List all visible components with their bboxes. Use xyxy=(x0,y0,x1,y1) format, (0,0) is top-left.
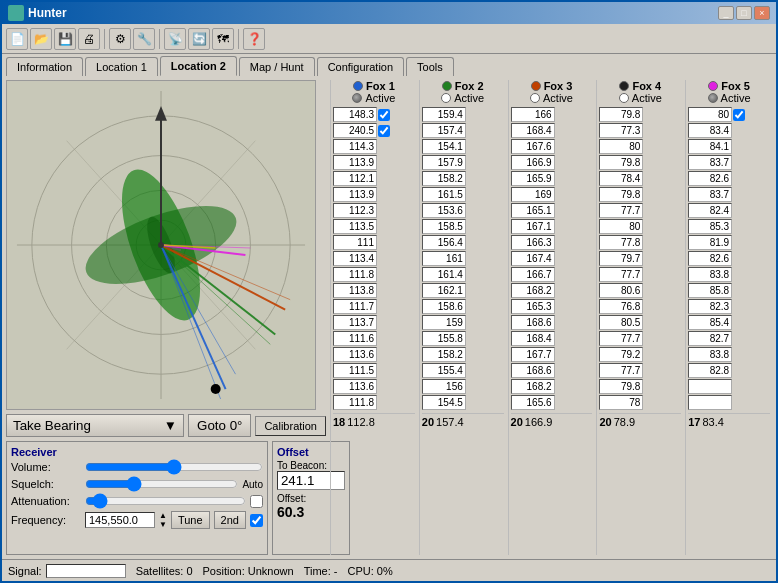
fox-5-value-18[interactable] xyxy=(688,395,732,410)
tune-button[interactable]: Tune xyxy=(171,511,210,529)
fox-1-value-2[interactable] xyxy=(333,139,377,154)
fox-2-value-1[interactable] xyxy=(422,123,466,138)
fox-4-value-2[interactable] xyxy=(599,139,643,154)
fox-5-value-10[interactable] xyxy=(688,267,732,282)
fox-1-value-11[interactable] xyxy=(333,283,377,298)
fox-3-value-1[interactable] xyxy=(511,123,555,138)
squelch-slider[interactable] xyxy=(85,477,238,491)
fox-5-value-0[interactable] xyxy=(688,107,732,122)
fox-1-check-1[interactable] xyxy=(378,125,390,137)
fox-3-value-18[interactable] xyxy=(511,395,555,410)
fox-3-value-9[interactable] xyxy=(511,251,555,266)
fox-3-value-17[interactable] xyxy=(511,379,555,394)
fox-5-value-1[interactable] xyxy=(688,123,732,138)
fox-3-value-14[interactable] xyxy=(511,331,555,346)
fox-1-value-1[interactable] xyxy=(333,123,377,138)
fox-1-value-7[interactable] xyxy=(333,219,377,234)
fox-3-value-16[interactable] xyxy=(511,363,555,378)
fox-1-value-16[interactable] xyxy=(333,363,377,378)
fox-1-value-10[interactable] xyxy=(333,267,377,282)
maximize-button[interactable]: □ xyxy=(736,6,752,20)
toolbar-help[interactable]: ❓ xyxy=(243,28,265,50)
fox-3-value-5[interactable] xyxy=(511,187,555,202)
close-button[interactable]: × xyxy=(754,6,770,20)
fox-5-radio[interactable] xyxy=(708,93,718,103)
fox-4-value-9[interactable] xyxy=(599,251,643,266)
fox-2-value-13[interactable] xyxy=(422,315,466,330)
fox-1-value-4[interactable] xyxy=(333,171,377,186)
fox-2-value-3[interactable] xyxy=(422,155,466,170)
calibration-button[interactable]: Calibration xyxy=(255,416,326,436)
fox-4-value-1[interactable] xyxy=(599,123,643,138)
tab-location2[interactable]: Location 2 xyxy=(160,56,237,76)
fox-5-value-6[interactable] xyxy=(688,203,732,218)
fox-4-value-8[interactable] xyxy=(599,235,643,250)
fox-2-radio[interactable] xyxy=(441,93,451,103)
fox-4-value-15[interactable] xyxy=(599,347,643,362)
volume-slider[interactable] xyxy=(85,460,263,474)
toolbar-settings[interactable]: ⚙ xyxy=(109,28,131,50)
fox-3-value-11[interactable] xyxy=(511,283,555,298)
fox-5-value-7[interactable] xyxy=(688,219,732,234)
fox-5-value-2[interactable] xyxy=(688,139,732,154)
fox-5-value-14[interactable] xyxy=(688,331,732,346)
fox-1-value-17[interactable] xyxy=(333,379,377,394)
fox-5-value-17[interactable] xyxy=(688,379,732,394)
fox-4-value-3[interactable] xyxy=(599,155,643,170)
fox-2-value-5[interactable] xyxy=(422,187,466,202)
fox-4-value-5[interactable] xyxy=(599,187,643,202)
fox-1-value-14[interactable] xyxy=(333,331,377,346)
fox-1-value-18[interactable] xyxy=(333,395,377,410)
fox-4-value-16[interactable] xyxy=(599,363,643,378)
fox-1-check-0[interactable] xyxy=(378,109,390,121)
fox-2-value-17[interactable] xyxy=(422,379,466,394)
fox-1-radio[interactable] xyxy=(352,93,362,103)
fox-1-value-6[interactable] xyxy=(333,203,377,218)
fox-4-value-18[interactable] xyxy=(599,395,643,410)
fox-4-value-17[interactable] xyxy=(599,379,643,394)
fox-1-value-13[interactable] xyxy=(333,315,377,330)
tab-configuration[interactable]: Configuration xyxy=(317,57,404,76)
toolbar-antenna[interactable]: 📡 xyxy=(164,28,186,50)
fox-2-value-8[interactable] xyxy=(422,235,466,250)
fox-2-value-6[interactable] xyxy=(422,203,466,218)
toolbar-open[interactable]: 📂 xyxy=(30,28,52,50)
fox-3-value-10[interactable] xyxy=(511,267,555,282)
fox-5-value-12[interactable] xyxy=(688,299,732,314)
fox-2-value-0[interactable] xyxy=(422,107,466,122)
signal-input[interactable] xyxy=(46,564,126,578)
fox-5-value-5[interactable] xyxy=(688,187,732,202)
tab-tools[interactable]: Tools xyxy=(406,57,454,76)
fox-1-value-0[interactable] xyxy=(333,107,377,122)
fox-1-value-5[interactable] xyxy=(333,187,377,202)
fox-5-check-0[interactable] xyxy=(733,109,745,121)
fox-4-value-11[interactable] xyxy=(599,283,643,298)
take-bearing-button[interactable]: Take Bearing ▼ xyxy=(6,414,184,437)
fox-1-value-12[interactable] xyxy=(333,299,377,314)
fox-3-value-8[interactable] xyxy=(511,235,555,250)
fox-5-value-15[interactable] xyxy=(688,347,732,362)
freq-up-icon[interactable]: ▲▼ xyxy=(159,511,167,529)
fox-4-value-10[interactable] xyxy=(599,267,643,282)
fox-4-value-0[interactable] xyxy=(599,107,643,122)
fox-2-value-18[interactable] xyxy=(422,395,466,410)
fox-5-value-16[interactable] xyxy=(688,363,732,378)
toolbar-map[interactable]: 🗺 xyxy=(212,28,234,50)
fox-5-value-13[interactable] xyxy=(688,315,732,330)
fox-5-value-11[interactable] xyxy=(688,283,732,298)
fox-4-value-6[interactable] xyxy=(599,203,643,218)
fox-2-value-15[interactable] xyxy=(422,347,466,362)
goto-button[interactable]: Goto 0° xyxy=(188,414,251,437)
frequency-input[interactable] xyxy=(85,512,155,528)
fox-3-value-6[interactable] xyxy=(511,203,555,218)
fox-4-value-14[interactable] xyxy=(599,331,643,346)
tab-information[interactable]: Information xyxy=(6,57,83,76)
fox-1-value-9[interactable] xyxy=(333,251,377,266)
fox-2-value-11[interactable] xyxy=(422,283,466,298)
fox-3-radio[interactable] xyxy=(530,93,540,103)
fox-4-value-4[interactable] xyxy=(599,171,643,186)
fox-5-value-4[interactable] xyxy=(688,171,732,186)
fox-1-value-3[interactable] xyxy=(333,155,377,170)
toolbar-tools[interactable]: 🔧 xyxy=(133,28,155,50)
fox-2-value-4[interactable] xyxy=(422,171,466,186)
